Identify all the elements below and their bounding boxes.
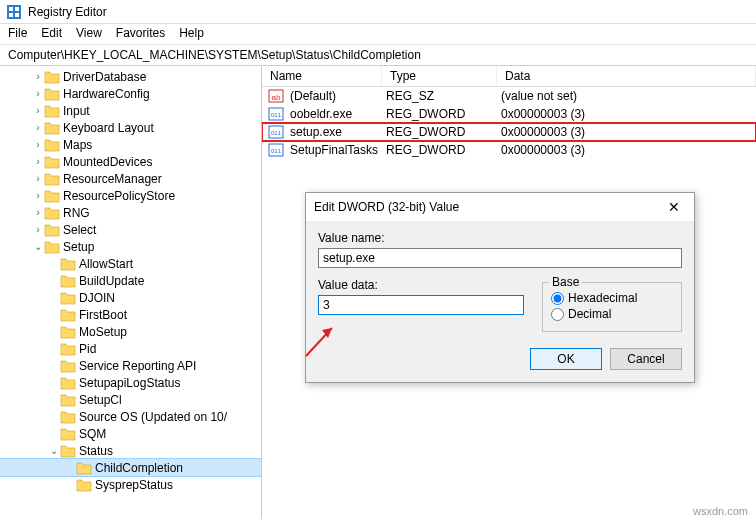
menu-favorites[interactable]: Favorites [116, 26, 165, 40]
cell-data: (value not set) [495, 89, 583, 103]
tree-item[interactable]: SQM [0, 425, 261, 442]
col-type[interactable]: Type [382, 66, 497, 86]
tree-item[interactable]: BuildUpdate [0, 272, 261, 289]
tree-item[interactable]: ›Input [0, 102, 261, 119]
tree-item-label: FirstBoot [79, 308, 127, 322]
folder-icon [60, 325, 76, 339]
list-header: Name Type Data [262, 66, 756, 87]
cancel-button[interactable]: Cancel [610, 348, 682, 370]
table-row[interactable]: ab(Default)REG_SZ(value not set) [262, 87, 756, 105]
col-data[interactable]: Data [497, 66, 756, 86]
radio-dec-input[interactable] [551, 308, 564, 321]
address-bar[interactable]: Computer\HKEY_LOCAL_MACHINE\SYSTEM\Setup… [0, 45, 756, 66]
dword-value-icon: 011 [268, 106, 284, 122]
base-group: Base Hexadecimal Decimal [542, 282, 682, 332]
chevron-right-icon[interactable]: › [32, 139, 44, 150]
ok-button[interactable]: OK [530, 348, 602, 370]
chevron-right-icon[interactable]: › [32, 88, 44, 99]
tree-item[interactable]: ›ResourcePolicyStore [0, 187, 261, 204]
tree-item[interactable]: ›RNG [0, 204, 261, 221]
value-data-input[interactable] [318, 295, 524, 315]
folder-icon [76, 461, 92, 475]
chevron-down-icon[interactable]: ⌄ [48, 445, 60, 456]
base-legend: Base [549, 275, 582, 289]
tree-item[interactable]: AllowStart [0, 255, 261, 272]
radio-hex[interactable]: Hexadecimal [551, 291, 673, 305]
folder-icon [44, 155, 60, 169]
chevron-right-icon[interactable]: › [32, 156, 44, 167]
tree-item[interactable]: ⌄Status [0, 442, 261, 459]
tree-item[interactable]: Service Reporting API [0, 357, 261, 374]
cell-name: oobeldr.exe [284, 107, 380, 121]
tree-view[interactable]: ›DriverDatabase›HardwareConfig›Input›Key… [0, 66, 262, 519]
tree-item-label: BuildUpdate [79, 274, 144, 288]
value-name-input[interactable] [318, 248, 682, 268]
folder-icon [44, 240, 60, 254]
tree-item[interactable]: ChildCompletion [0, 459, 261, 476]
tree-item[interactable]: ›MountedDevices [0, 153, 261, 170]
chevron-right-icon[interactable]: › [32, 122, 44, 133]
chevron-right-icon[interactable]: › [32, 105, 44, 116]
dialog-title: Edit DWORD (32-bit) Value [314, 200, 459, 214]
svg-rect-4 [15, 13, 19, 17]
string-value-icon: ab [268, 88, 284, 104]
cell-type: REG_DWORD [380, 143, 495, 157]
tree-item[interactable]: ›ResourceManager [0, 170, 261, 187]
tree-item-label: Pid [79, 342, 96, 356]
folder-icon [44, 172, 60, 186]
folder-icon [44, 189, 60, 203]
titlebar: Registry Editor [0, 0, 756, 24]
tree-item[interactable]: ›Keyboard Layout [0, 119, 261, 136]
table-row[interactable]: 011oobeldr.exeREG_DWORD0x00000003 (3) [262, 105, 756, 123]
tree-item-label: Maps [63, 138, 92, 152]
tree-item-label: Source OS (Updated on 10/ [79, 410, 227, 424]
folder-icon [60, 342, 76, 356]
table-row[interactable]: 011setup.exeREG_DWORD0x00000003 (3) [262, 123, 756, 141]
tree-item[interactable]: Source OS (Updated on 10/ [0, 408, 261, 425]
tree-item[interactable]: ›DriverDatabase [0, 68, 261, 85]
tree-item[interactable]: SysprepStatus [0, 476, 261, 493]
chevron-right-icon[interactable]: › [32, 224, 44, 235]
chevron-right-icon[interactable]: › [32, 71, 44, 82]
folder-icon [44, 121, 60, 135]
dialog-titlebar: Edit DWORD (32-bit) Value ✕ [306, 193, 694, 221]
tree-item[interactable]: ›Maps [0, 136, 261, 153]
tree-item-label: SetupCl [79, 393, 122, 407]
folder-icon [60, 359, 76, 373]
col-name[interactable]: Name [262, 66, 382, 86]
tree-item[interactable]: DJOIN [0, 289, 261, 306]
dword-value-icon: 011 [268, 124, 284, 140]
radio-dec[interactable]: Decimal [551, 307, 673, 321]
menu-help[interactable]: Help [179, 26, 204, 40]
table-row[interactable]: 011SetupFinalTasksREG_DWORD0x00000003 (3… [262, 141, 756, 159]
tree-item[interactable]: ›Select [0, 221, 261, 238]
tree-item-label: RNG [63, 206, 90, 220]
close-icon[interactable]: ✕ [662, 199, 686, 215]
menu-edit[interactable]: Edit [41, 26, 62, 40]
cell-data: 0x00000003 (3) [495, 125, 591, 139]
edit-dword-dialog: Edit DWORD (32-bit) Value ✕ Value name: … [305, 192, 695, 383]
chevron-right-icon[interactable]: › [32, 173, 44, 184]
list-rows: ab(Default)REG_SZ(value not set)011oobel… [262, 87, 756, 159]
tree-item[interactable]: ›HardwareConfig [0, 85, 261, 102]
app-title: Registry Editor [28, 5, 107, 19]
tree-item[interactable]: MoSetup [0, 323, 261, 340]
folder-icon [60, 274, 76, 288]
folder-icon [60, 427, 76, 441]
tree-item-label: Setup [63, 240, 94, 254]
radio-hex-input[interactable] [551, 292, 564, 305]
chevron-right-icon[interactable]: › [32, 207, 44, 218]
cell-data: 0x00000003 (3) [495, 143, 591, 157]
tree-item[interactable]: FirstBoot [0, 306, 261, 323]
menu-file[interactable]: File [8, 26, 27, 40]
cell-name: (Default) [284, 89, 380, 103]
chevron-right-icon[interactable]: › [32, 190, 44, 201]
tree-item[interactable]: SetupapiLogStatus [0, 374, 261, 391]
folder-icon [60, 257, 76, 271]
folder-icon [44, 138, 60, 152]
chevron-down-icon[interactable]: ⌄ [32, 241, 44, 252]
tree-item[interactable]: ⌄Setup [0, 238, 261, 255]
tree-item[interactable]: Pid [0, 340, 261, 357]
tree-item[interactable]: SetupCl [0, 391, 261, 408]
menu-view[interactable]: View [76, 26, 102, 40]
